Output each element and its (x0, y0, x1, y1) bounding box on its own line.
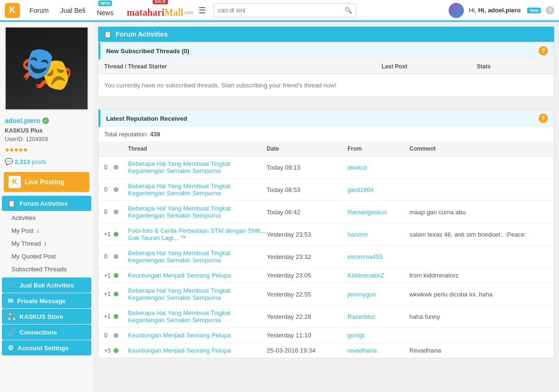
rep-thread-link[interactable]: Beberapa Hal Yang Membuat Tingkat Kegant… (128, 205, 267, 219)
rep-dot-icon (114, 348, 118, 353)
reputation-help-button[interactable]: ? (539, 114, 548, 123)
sidebar-label-jual-beli: Jual Beli Activities (20, 282, 74, 289)
rep-score-value: 0 (104, 253, 112, 260)
rep-thread-link[interactable]: Keuntungan Menjadi Seorang Pelupa (128, 347, 267, 354)
rep-dot-icon (114, 254, 118, 259)
sidebar-label-connections: Connections (20, 329, 57, 336)
sidebar-subitem-my-thread[interactable]: My Thread ℹ (0, 237, 93, 250)
rep-score: 0 (104, 253, 128, 260)
reputation-section: Latest Reputation Received ? Total reput… (98, 109, 554, 358)
kaskus-store-icon: 🏪 (8, 313, 16, 320)
reputation-header: Latest Reputation Received ? (98, 110, 554, 127)
sidebar-label-private-message: Private Message (17, 297, 66, 305)
live-k-icon: K (9, 176, 21, 188)
private-message-icon: ✉ (8, 297, 13, 305)
rep-from-link[interactable]: Razerbluz (348, 313, 410, 320)
sidebar-subitem-my-quoted-post[interactable]: My Quoted Post (0, 250, 93, 263)
rep-score-value: +1 (104, 313, 112, 320)
rep-comment: wkwkwk perlu dicoba ini..haha (410, 291, 549, 298)
sidebar-item-kaskus-store[interactable]: 🏪 KASKUS Store (2, 309, 91, 324)
subscribed-threads-section: New Subscribed Threads (0) ? Thread / Th… (98, 42, 554, 97)
rep-thread-link[interactable]: Beberapa Hal Yang Membuat Tingkat Kegant… (128, 287, 267, 301)
table-row: +1 Keuntungan Menjadi Seorang Pelupa Yes… (98, 268, 554, 283)
sidebar-item-forum-activities[interactable]: 📋 Forum Activities (2, 196, 91, 211)
rep-comment: Revadhana (410, 347, 549, 354)
rep-dot-icon (114, 314, 118, 319)
rep-date: Today 08:53 (267, 186, 348, 193)
search-icon[interactable]: 🔍 (344, 7, 352, 14)
rep-thread-link[interactable]: Keuntungan Menjadi Seorang Pelupa (128, 272, 267, 279)
rep-date: Yesterday 11:10 (267, 332, 348, 339)
subscribed-threads-header: New Subscribed Threads (0) ? (98, 42, 554, 59)
rep-date: 25-03-2016 19:34 (267, 347, 348, 354)
rep-dot-icon (114, 292, 118, 296)
matahari-mall-logo[interactable]: SALE matahari Mall .com (127, 2, 194, 18)
rep-from-link[interactable]: insomnia455 (348, 253, 410, 260)
rep-col-thread: Thread (128, 145, 267, 152)
sidebar-stars: ●●●●● (0, 143, 93, 156)
account-settings-icon: ⚙ (8, 344, 14, 352)
table-row: 0 Beberapa Hal Yang Membuat Tingkat Kega… (98, 246, 554, 268)
rep-comment: salam texas 46. anti stm boedoet.. :Peac… (410, 231, 549, 238)
hamburger-menu-icon[interactable]: ☰ (198, 5, 206, 16)
subscribed-help-button[interactable]: ? (539, 46, 548, 56)
nav-forum[interactable]: Forum (29, 7, 49, 14)
rep-from-link[interactable]: revadhana (348, 347, 410, 354)
rep-score: 0 (104, 209, 128, 215)
verified-icon: ✓ (42, 117, 49, 124)
rep-score-value: +1 (104, 231, 112, 238)
rep-dot-icon (114, 333, 118, 338)
mall-com: .com (183, 10, 194, 15)
my-post-info-icon[interactable]: ℹ (37, 228, 39, 234)
rep-score-value: 0 (104, 332, 112, 339)
search-input[interactable] (218, 7, 344, 14)
reputation-table-header: Thread Date From Comment (98, 142, 554, 156)
rep-from-link[interactable]: gard1804 (348, 186, 410, 193)
col-last-post: Last Post (382, 63, 477, 70)
sidebar-label-forum-activities: Forum Activities (20, 200, 68, 207)
sidebar-subitem-activities[interactable]: Activities (0, 211, 93, 224)
rep-col-from: From (348, 145, 410, 152)
nav-jual-beli[interactable]: Jual Beli (60, 7, 85, 14)
sidebar-kaskus-plus: KASKUS Plus (0, 126, 93, 135)
rep-from-link[interactable]: gonigt (348, 332, 410, 339)
nav-news[interactable]: NEW News (97, 4, 113, 17)
rep-thread-link[interactable]: Beberapa Hal Yang Membuat Tingkat Kegant… (128, 249, 267, 264)
sidebar-avatar-box: 🎭 (5, 27, 88, 110)
rep-dot-icon (114, 210, 118, 214)
rep-thread-link[interactable]: Beberapa Hal Yang Membuat Tingkat Kegant… (128, 160, 267, 174)
rep-from-link[interactable]: ekokuz (348, 164, 410, 171)
sidebar-subitem-my-post[interactable]: My Post ℹ (0, 224, 93, 237)
rep-dot-icon (114, 273, 118, 278)
rep-thread-link[interactable]: Beberapa Hal Yang Membuat Tingkat Kegant… (128, 182, 267, 197)
rep-date: Today 09:13 (267, 164, 348, 171)
rep-score: 0 (104, 186, 128, 193)
sidebar-item-connections[interactable]: 🔗 Connections (2, 325, 91, 340)
rep-thread-link[interactable]: Keuntungan Menjadi Seorang Pelupa (128, 332, 267, 339)
sidebar-subitem-subscribed-threads[interactable]: Subscribed Threads (0, 263, 93, 276)
rep-score-value: +3 (104, 347, 112, 354)
rep-from-link[interactable]: harvinn (348, 231, 410, 238)
rep-from-link[interactable]: KiddminatorZ (348, 272, 410, 279)
rep-score: +1 (104, 272, 128, 279)
sidebar-item-private-message[interactable]: ✉ Private Message (2, 293, 91, 308)
live-posting-button[interactable]: K Live Posting (4, 172, 89, 192)
rep-from-link[interactable]: jemmygun (348, 291, 410, 298)
rep-from-link[interactable]: Ramangaskus (348, 209, 410, 216)
rep-dot-icon (114, 187, 118, 192)
table-row: 0 Beberapa Hal Yang Membuat Tingkat Kega… (98, 201, 554, 223)
rep-thread-link[interactable]: Foto-foto & Cerita Perbedaan STM dengan … (128, 227, 267, 241)
kaskus-logo[interactable]: K (5, 3, 20, 18)
my-thread-info-icon[interactable]: ℹ (44, 241, 46, 247)
sidebar-item-account-settings[interactable]: ⚙ Account Settings (2, 340, 91, 355)
sidebar-label-account-settings: Account Settings (18, 344, 69, 352)
col-stats: Stats (477, 63, 548, 70)
table-row: 0 Keuntungan Menjadi Seorang Pelupa Yest… (98, 328, 554, 343)
rep-thread-link[interactable]: Beberapa Hal Yang Membuat Tingkat Kegant… (128, 309, 267, 324)
rep-date: Yesterday 22:28 (267, 313, 348, 320)
subscribed-empty-message: You currently have no subscribed threads… (98, 74, 554, 96)
info-icon[interactable]: ? (546, 6, 554, 15)
sidebar-item-jual-beli[interactable]: 🛒 Jual Beli Activities (2, 277, 91, 293)
nav-right: Hi, Hi, adoel.piero New ? (449, 3, 554, 18)
main-content: 📋 Forum Activities New Subscribed Thread… (93, 22, 559, 392)
